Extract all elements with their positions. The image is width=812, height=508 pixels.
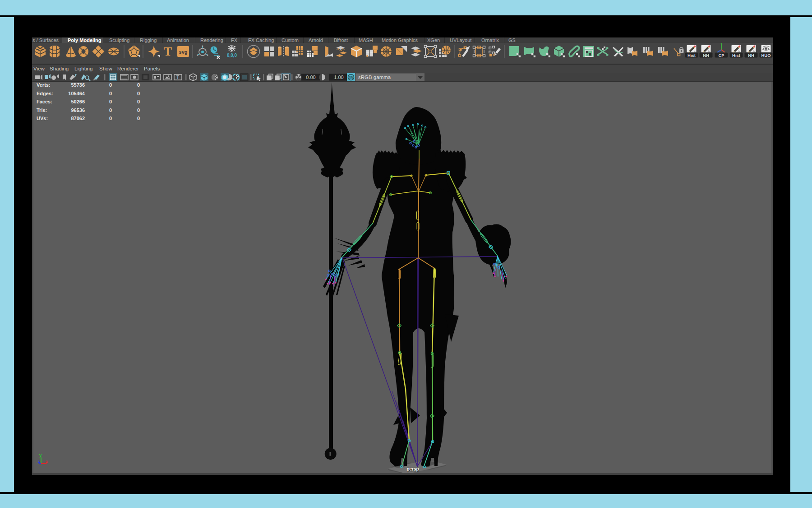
svg-text:y: y [39,452,42,457]
svg-text:persp: persp [406,466,419,471]
svg-text:x: x [46,459,48,464]
svg-text:Hist: Hist [687,53,696,58]
svg-text:0.00: 0.00 [306,75,315,80]
svg-text:NH: NH [748,53,754,58]
svg-text:Hist: Hist [732,53,741,58]
svg-text:z: z [38,459,40,464]
svg-text:T: T [176,75,179,80]
svg-text:sRGB gamma: sRGB gamma [358,75,391,80]
svg-text:CP: CP [718,53,724,58]
svg-text:HUO: HUO [761,53,770,58]
svg-text:1.00: 1.00 [334,75,343,80]
svg-text:ON: ON [349,76,353,79]
svg-text:NH: NH [703,53,709,58]
